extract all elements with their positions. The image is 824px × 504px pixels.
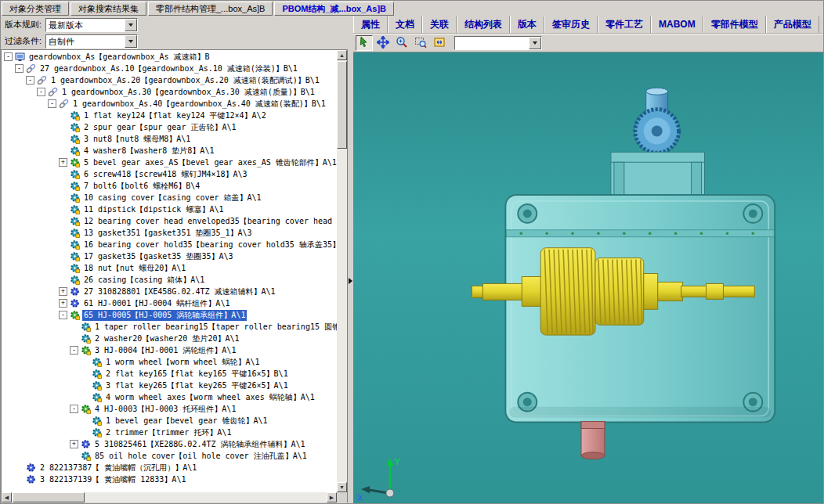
tree-row[interactable]: 7 bolt6【bolt6 螺栓M6】B\4 bbox=[2, 180, 337, 192]
tree-indent bbox=[2, 315, 59, 315]
action-button-1[interactable]: 文档 bbox=[388, 16, 422, 33]
tree-row[interactable]: -3 HJ-0004【HJ-0001 涡轮组件】A\1 bbox=[2, 344, 337, 356]
expand-plus-icon[interactable]: + bbox=[59, 299, 67, 308]
tab-1[interactable]: 对象搜索结果集 bbox=[70, 2, 146, 16]
tree-row[interactable]: 18 nut【nut 螺母20】A\1 bbox=[2, 262, 337, 274]
action-button-3[interactable]: 结构列表 bbox=[457, 16, 510, 33]
tree-row[interactable]: +27 310828801【XE458G.02.4TZ 减速箱辅料】A\1 bbox=[2, 286, 337, 297]
collapse-minus-icon[interactable]: - bbox=[70, 405, 78, 413]
tree-row[interactable]: -1 geardownbox_As.20【geardownbox_As.20 减… bbox=[2, 74, 337, 86]
expand-plus-icon[interactable]: + bbox=[59, 158, 67, 167]
pan-tool-button[interactable] bbox=[374, 35, 392, 51]
action-button-8[interactable]: 零部件模型 bbox=[703, 16, 766, 33]
expand-plus-icon[interactable]: + bbox=[59, 287, 67, 296]
link-icon bbox=[59, 99, 70, 109]
action-button-6[interactable]: 零件工艺 bbox=[598, 16, 651, 33]
tree-row[interactable]: -27 geardownbox_As.10【geardownbox_As.10 … bbox=[2, 63, 337, 74]
tree-row[interactable]: +5 bevel gear axes_AS【bevel gear axes_AS… bbox=[2, 157, 337, 168]
scroll-right-button[interactable]: ▶ bbox=[327, 492, 337, 502]
action-button-7[interactable]: MABOM bbox=[651, 16, 703, 33]
tree-row[interactable]: 3 822137139【 黄油嘴帽 12833】A\1 bbox=[2, 473, 337, 485]
tree-row[interactable]: 2 flat key165【flat key165 平键16×5】B\1 bbox=[2, 368, 337, 380]
tree-row[interactable]: 1 worm wheel【worm wheel 蜗轮】A\1 bbox=[2, 356, 337, 368]
action-button-5[interactable]: 签审历史 bbox=[544, 16, 598, 33]
tab-2[interactable]: 零部件结构管理_...box_As]B bbox=[148, 2, 273, 16]
tree-row[interactable]: 26 casing【casing 箱体】A\1 bbox=[2, 274, 337, 286]
chevron-down-icon bbox=[128, 40, 133, 43]
zoom-window-tool-button[interactable] bbox=[412, 35, 429, 51]
horizontal-scrollbar[interactable]: ◀ ▶ bbox=[2, 492, 337, 502]
tree-row[interactable]: -geardownbox_As【geardownbox_As 减速箱】B bbox=[2, 51, 337, 63]
collapse-minus-icon[interactable]: - bbox=[59, 311, 67, 319]
tree-row[interactable]: 85 oil hole cover【oil hole cover 注油孔盖】A\… bbox=[2, 450, 337, 462]
view-config-select[interactable] bbox=[454, 36, 542, 50]
splitter-collapse-icon[interactable] bbox=[349, 278, 352, 284]
scroll-down-button[interactable]: ▼ bbox=[337, 482, 347, 492]
collapse-minus-icon[interactable]: - bbox=[4, 52, 13, 61]
tree-row[interactable]: 10 casing cover【casing cover 箱盖】A\1 bbox=[2, 192, 337, 203]
expand-plus-icon[interactable]: + bbox=[70, 440, 78, 448]
tree-row[interactable]: 6 screw418【screw418 螺钉JM4×18】A\3 bbox=[2, 168, 337, 180]
tree-indent bbox=[2, 350, 70, 351]
tree-row[interactable]: -65 HJ-0005【HJ-0005 涡轮轴承组件】A\1 bbox=[2, 309, 337, 321]
tab-3-active[interactable]: PBOM结构_减...box_As]B bbox=[274, 2, 394, 16]
action-button-2[interactable]: 关联 bbox=[422, 16, 457, 33]
tree-row[interactable]: 1 flat key124【flat key124 平键12×4】A\2 bbox=[2, 110, 337, 121]
tree-row[interactable]: 2 spur gear【spur gear 正齿轮】A\1 bbox=[2, 121, 337, 133]
scroll-up-button[interactable]: ▲ bbox=[337, 50, 347, 60]
tree-row[interactable]: 16 bearing cover hold35【bearing cover ho… bbox=[2, 239, 337, 250]
tree-indent bbox=[2, 397, 81, 398]
action-button-9[interactable]: 产品模型 bbox=[766, 16, 819, 33]
collapse-minus-icon[interactable]: - bbox=[70, 346, 78, 355]
tree-row[interactable]: 1 bevel gear【bevel gear 锥齿轮】A\1 bbox=[2, 415, 337, 427]
collapse-minus-icon[interactable]: - bbox=[26, 76, 34, 85]
filter-condition-dropdown-button[interactable] bbox=[125, 35, 137, 48]
tab-0[interactable]: 对象分类管理 bbox=[2, 2, 69, 16]
tree-row[interactable]: 13 gasket351【gasket351 垫圈35_1】A\3 bbox=[2, 227, 337, 239]
tree-indent bbox=[2, 479, 15, 480]
tree-indent bbox=[2, 150, 59, 151]
gearbox-3d-model[interactable]: Y X bbox=[353, 52, 823, 503]
collapse-minus-icon[interactable]: - bbox=[48, 99, 56, 108]
fit-tool-button[interactable] bbox=[431, 35, 448, 51]
vertical-scrollbar[interactable]: ▲ ▼ bbox=[337, 50, 347, 492]
version-rule-select[interactable]: 最新版本 bbox=[45, 18, 138, 32]
zoom-tool-button[interactable] bbox=[393, 35, 410, 51]
tree-row[interactable]: 2 trimmer【trimmer 托环】A\1 bbox=[2, 427, 337, 438]
tree-row[interactable]: 12 bearing cover head enveloped35【bearin… bbox=[2, 215, 337, 227]
tree-row[interactable]: 3 nut8【nut8 螺母M8】A\1 bbox=[2, 133, 337, 145]
select-tool-button[interactable] bbox=[356, 35, 373, 51]
horizontal-scroll-thumb[interactable] bbox=[13, 492, 85, 502]
tree-row[interactable]: -4 HJ-0003【HJ-0003 托环组件】A\1 bbox=[2, 403, 337, 415]
tree-row[interactable]: 11 dipstick【dipstick 螺塞】A\1 bbox=[2, 203, 337, 215]
version-rule-dropdown-button[interactable] bbox=[125, 19, 137, 31]
action-button-4[interactable]: 版本 bbox=[510, 16, 544, 33]
3d-viewport[interactable]: Y X bbox=[353, 52, 823, 503]
action-button-0[interactable]: 属性 bbox=[353, 16, 388, 33]
tree-row[interactable]: 17 gasket35【gasket35 垫圈35】A\3 bbox=[2, 250, 337, 262]
gear-part-icon bbox=[70, 146, 81, 156]
tree-row[interactable]: 2 822137387【 黄油嘴帽（沉孔用）】A\1 bbox=[2, 462, 337, 473]
x-axis-label: X bbox=[357, 493, 363, 502]
view-config-dropdown-button[interactable] bbox=[529, 37, 541, 49]
tree-row[interactable]: 4 worm wheel axes【worm wheel axes 蜗轮轴】A\… bbox=[2, 391, 337, 403]
tree-row[interactable]: -1 geardownbox_As.30【geardownbox_As.30 减… bbox=[2, 86, 337, 98]
tree-row[interactable]: +5 310825461【XE288G.02.4TZ 涡轮轴承组件辅料】A\1 bbox=[2, 438, 337, 450]
gear-part-icon bbox=[81, 322, 92, 332]
vertical-scroll-thumb[interactable] bbox=[337, 61, 347, 149]
tree-row[interactable]: 1 taper roller bearing15【taper roller be… bbox=[2, 321, 337, 333]
collapse-minus-icon[interactable]: - bbox=[37, 88, 45, 96]
filter-condition-select[interactable]: 自制件 bbox=[45, 34, 138, 49]
tree-row[interactable]: 2 washer20【washer20 垫片20】A\1 bbox=[2, 333, 337, 344]
tree-row-label: 1 flat key124【flat key124 平键12×4】A\2 bbox=[82, 110, 268, 121]
tree-row[interactable]: 4 washer8【washer8 垫片8】A\1 bbox=[2, 145, 337, 157]
zoom-icon bbox=[396, 36, 408, 50]
scroll-left-button[interactable]: ◀ bbox=[2, 492, 12, 502]
tree-row[interactable]: 3 flat key265【flat key265 平键26×5】A\1 bbox=[2, 380, 337, 391]
tree-row[interactable]: -1 geardownbox_As.40【geardownbox_As.40 减… bbox=[2, 98, 337, 110]
tree-row[interactable]: +61 HJ-0001【HJ-0004 蜗杆组件】A\1 bbox=[2, 297, 337, 309]
collapse-minus-icon[interactable]: - bbox=[15, 64, 23, 73]
version-rule-row: 版本规则: 最新版本 bbox=[1, 16, 348, 33]
panel-splitter[interactable] bbox=[348, 16, 353, 503]
tree-indent bbox=[2, 197, 59, 198]
